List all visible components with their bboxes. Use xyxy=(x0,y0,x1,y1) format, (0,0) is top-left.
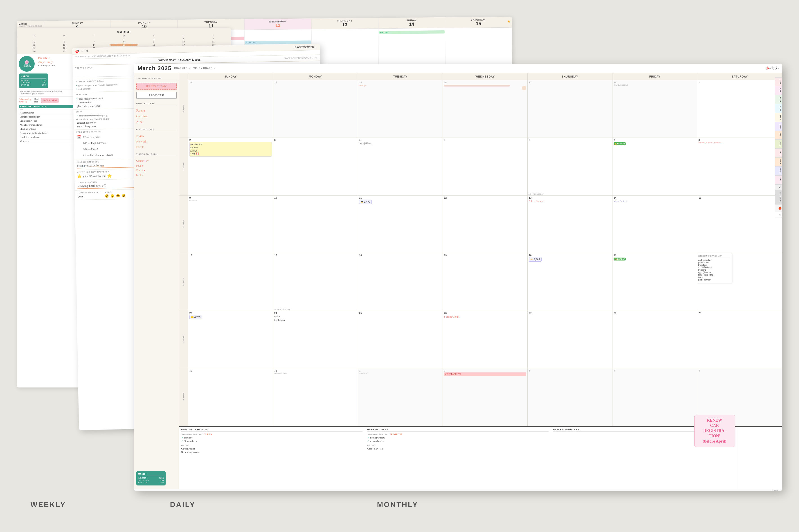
wt-wednesday-num: 12 xyxy=(246,22,310,28)
bw-project-area: PROJECT: Check-in w/ leads xyxy=(367,444,548,451)
tab-apr[interactable]: APR xyxy=(775,104,782,113)
bp-project-area: PROJECT: Car registration Net working ev… xyxy=(181,444,363,454)
budget-icon-1: 💳 xyxy=(361,201,363,203)
tab-apple[interactable]: 🍎 xyxy=(775,204,782,212)
daily-mood-label: MOOD: xyxy=(105,191,125,193)
monthly-budget-spending-row: SPENDING TBD xyxy=(138,479,164,481)
grocery-item-2: granola bars xyxy=(698,261,730,264)
tab-may[interactable]: MAY xyxy=(775,113,782,122)
cal-num-mar15: 15 xyxy=(698,196,781,199)
savings-value: 10% xyxy=(42,84,46,86)
mini-d6: 3 xyxy=(169,37,198,40)
tab-dec[interactable]: DEC xyxy=(775,175,782,185)
monthly-icon-heart[interactable]: ♡ xyxy=(770,66,774,70)
cal-day-mar25: 25 xyxy=(358,311,442,368)
cal-week-label-2: WEEK 11 xyxy=(179,138,188,195)
monthly-places-title: PLACES TO GO xyxy=(137,128,177,131)
monthly-people-title: PEOPLE TO SEE xyxy=(137,102,177,106)
mini-cal-m1: M xyxy=(50,35,79,37)
learn-1: Connect w/ xyxy=(137,158,177,164)
cal-num-apr2: 2 xyxy=(444,369,526,372)
check-icon-p1: ✓ xyxy=(76,97,78,100)
cal-num-mar6: 6 xyxy=(529,139,611,141)
tab-sep[interactable]: SEP xyxy=(775,149,782,157)
bw-item-2: review changes xyxy=(367,439,548,443)
msav-label: SAVINGS xyxy=(138,481,147,484)
cal-week-6: WEEK 15 30 31 RAMADAN ENDS 1 EID AL-FITR xyxy=(179,368,782,426)
tab-g[interactable]: G xyxy=(775,212,782,218)
mini-d11: 8 xyxy=(109,40,139,43)
cal-num-feb28: 28 xyxy=(614,81,696,84)
tab-jul[interactable]: JUL xyxy=(775,131,782,139)
weekly-label: WEEKLY xyxy=(31,500,66,509)
mood-happy[interactable]: 🙂 xyxy=(116,194,120,197)
income-label: INCOME xyxy=(21,79,29,81)
tab-oct[interactable]: OCT xyxy=(775,157,782,166)
mood-neutral[interactable]: 😐 xyxy=(110,194,114,197)
tab-mar[interactable]: MAR xyxy=(775,95,782,104)
cal-day-mar16: 16 xyxy=(188,253,273,310)
daily-label: DAILY xyxy=(170,500,196,509)
cal-week-1: WEEK 10 23 24 25 rest day~ 26 xyxy=(179,80,782,138)
bottom-sections: PERSONAL PROJECTS TOP PRIORITY PROJECT: … xyxy=(179,426,782,489)
mood-sad[interactable]: 🙁 xyxy=(105,194,108,198)
wt-saturday: SATURDAY 15 ★ xyxy=(445,17,512,28)
income-value: 2,030 xyxy=(41,79,47,81)
monthly-vision-link[interactable]: VISION BOARD → xyxy=(194,67,216,70)
bw-proj-item-1: Check-in w/ leads xyxy=(367,447,548,451)
ms-label: SPENDING xyxy=(138,479,149,481)
place-2: Network xyxy=(137,139,177,144)
daily-goal-event: DAILY GOAL xyxy=(245,40,311,44)
mini-d15: 12 xyxy=(20,44,49,46)
daily-mood-area: MOOD: 🙁 😐 🙂 😊 xyxy=(105,191,125,198)
cal-day-feb26: 26 xyxy=(442,80,527,138)
daily-space-text: SPACE OF INFINITE POSSIBILITY® xyxy=(284,56,317,59)
monthly-main: SUNDAY MONDAY TUESDAY WEDNESDAY THURSDAY… xyxy=(179,73,782,489)
cal-day-mar1: 1 xyxy=(697,80,782,138)
cal-day-mar19: 19 xyxy=(442,253,527,310)
tab-aug[interactable]: AUG xyxy=(775,139,782,149)
tab-jan[interactable]: JAN xyxy=(775,77,782,86)
cal-week-4: WEEK 13 16 17 ST. PATRICK'S DAY 18 19 xyxy=(179,253,782,311)
check-icon-1: ✓ xyxy=(76,84,77,86)
monthly-footer: PLANNER xyxy=(134,489,782,491)
learn-4: book~ xyxy=(137,173,177,178)
monthly-icon-target[interactable]: 🎯 xyxy=(766,66,769,70)
cal-num-mar19: 19 xyxy=(444,254,526,257)
tab-nov[interactable]: NOV xyxy=(775,166,782,175)
planner-labels: WEEKLY DAILY MONTHLY xyxy=(17,507,782,513)
monthly-projects-badge: PROJECTS! xyxy=(137,92,177,99)
check-icon-2: ✓ xyxy=(76,88,77,90)
bottom-right: RENEW CAR REGISTRA- TION! (before April) xyxy=(737,426,782,489)
daily-mood-row: 🙁 😐 🙂 😊 xyxy=(105,194,125,198)
tab-sections[interactable]: SECTIONS xyxy=(775,190,782,204)
tab-q[interactable]: Q xyxy=(775,185,782,190)
spring-forward-text: SPRING FORWARD xyxy=(22,64,31,68)
cal-day-mar2: 2 NETWORKEVENT3/10@1PM ⏰ xyxy=(188,138,273,195)
tab-feb[interactable]: FEB xyxy=(775,86,782,95)
bp-priority-label: TOP PRIORITY PROJECT: CLEAN xyxy=(181,433,363,436)
intl-womens-day-label: INTERNATIONAL WOMEN'S DAY xyxy=(698,142,781,144)
finish-reading-note: finish reading my book xyxy=(19,98,31,103)
monthly-budget-savings-row: SAVINGS 10% xyxy=(138,481,164,484)
bottom-personal: PERSONAL PROJECTS TOP PRIORITY PROJECT: … xyxy=(179,426,365,489)
daily-back-to-week[interactable]: BACK TO WEEK → xyxy=(294,45,317,49)
mini-cal-s1: S xyxy=(20,35,49,37)
cal-num-mar26: 26 xyxy=(444,312,526,315)
monthly-roadmap-link[interactable]: ROADMAP → xyxy=(174,67,190,70)
eid-label: EID AL-FITR xyxy=(359,373,441,374)
monthly-nav-dots: 🎯 ♡ ⌘ xyxy=(766,66,779,70)
ramadan-begins-label: RAMADAN BEGINS xyxy=(614,84,696,86)
cal-week-2: WEEK 11 2 NETWORKEVENT3/10@1PM ⏰ 3 xyxy=(179,138,782,195)
cal-num-mar30: 30 xyxy=(189,369,272,372)
cal-header-sun: SUNDAY xyxy=(188,73,273,80)
mood-very-happy[interactable]: 😊 xyxy=(122,194,125,197)
right-tabs: JAN FEB MAR APR MAY JUN JUL AUG SEP OCT … xyxy=(775,77,782,218)
calendar-icon-4: 📅 xyxy=(77,153,81,157)
cal-num-mar28: 28 xyxy=(614,312,696,315)
bw-proj-label: PROJECT: xyxy=(367,444,548,446)
tab-jun[interactable]: JUN xyxy=(775,122,782,131)
monthly-icon-share[interactable]: ⌘ xyxy=(775,66,779,70)
monthly-body: THIS MONTH'S FOCUS SPRING CLEAN! PROJECT… xyxy=(134,73,782,489)
work-project-event: Work Project xyxy=(614,200,696,202)
